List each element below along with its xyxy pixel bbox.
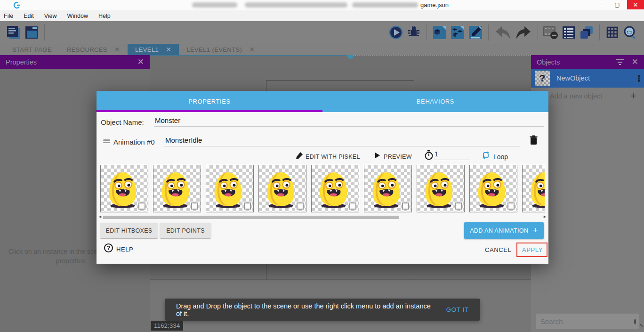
redo-icon[interactable]	[515, 24, 532, 40]
panel-title: Objects	[537, 58, 560, 66]
animation-frame[interactable]	[206, 165, 254, 212]
frame-checkbox[interactable]	[349, 202, 356, 210]
preview-play-icon[interactable]	[388, 24, 403, 40]
debug-icon[interactable]	[406, 24, 421, 40]
loop-label[interactable]: Loop	[493, 153, 508, 161]
grid-icon[interactable]	[605, 24, 620, 40]
instances-list-icon[interactable]	[561, 24, 576, 40]
delete-instances-icon[interactable]	[543, 24, 558, 40]
preview-button[interactable]: PREVIEW	[384, 154, 412, 160]
menu-item-file[interactable]: File	[4, 13, 13, 19]
menu-item-help[interactable]: Help	[98, 13, 111, 19]
annotation-highlight-box	[516, 243, 547, 257]
edit-points-button[interactable]: EDIT POINTS	[160, 223, 211, 238]
object-name-input[interactable]	[154, 114, 544, 127]
search-icon[interactable]	[634, 319, 636, 324]
tab-behaviors[interactable]: BEHAVIORS	[322, 91, 548, 112]
close-icon[interactable]: ✕	[632, 57, 638, 67]
frame-checkbox[interactable]	[455, 202, 462, 210]
animation-frame[interactable]	[258, 165, 306, 212]
stopwatch-icon	[425, 150, 433, 162]
dialog-tabs: PROPERTIES BEHAVIORS	[97, 91, 548, 112]
plus-icon: +	[532, 225, 538, 235]
got-it-button[interactable]: GOT IT	[446, 306, 469, 313]
animation-frame[interactable]	[469, 165, 517, 212]
menu-item-edit[interactable]: Edit	[24, 13, 34, 19]
frame-checkbox[interactable]	[402, 202, 409, 210]
tab-resources[interactable]: RESOURCES✕	[59, 44, 128, 55]
tab-level1-events[interactable]: LEVEL1 (EVENTS)✕	[179, 44, 262, 55]
time-between-frames-input[interactable]	[434, 148, 470, 160]
frames-strip	[100, 165, 545, 213]
object-list-item[interactable]: ? NewObject •••	[531, 69, 644, 88]
close-button[interactable]: ✕	[627, 0, 644, 9]
close-icon[interactable]: ✕	[137, 57, 144, 67]
object-menu-icon[interactable]: •••	[637, 75, 640, 82]
plus-icon[interactable]: +	[630, 90, 636, 102]
title-redacted-segment	[192, 2, 237, 8]
scene-border-handle[interactable]	[347, 55, 354, 59]
cursor-coordinates: 1162;334	[151, 321, 183, 331]
add-animation-button[interactable]: ADD AN ANIMATION+	[464, 222, 544, 239]
start-page-icon[interactable]	[24, 24, 39, 40]
frame-checkbox[interactable]	[138, 202, 145, 210]
animation-frame[interactable]	[364, 165, 412, 212]
tab-close-icon[interactable]: ✕	[166, 46, 171, 53]
frame-checkbox[interactable]	[244, 202, 251, 210]
search-input[interactable]	[540, 317, 634, 325]
edit-with-piskel-button[interactable]: EDIT WITH PISKEL	[306, 154, 360, 160]
tab-close-icon[interactable]: ✕	[249, 46, 255, 53]
drag-handle-icon[interactable]	[103, 138, 110, 145]
animation-name-input[interactable]	[164, 134, 520, 146]
frame-checkbox[interactable]	[297, 202, 304, 210]
tab-properties[interactable]: PROPERTIES	[97, 91, 322, 112]
scroll-right-icon[interactable]: ►	[543, 214, 547, 219]
title-redacted-segment	[245, 2, 347, 8]
frame-checkbox[interactable]	[507, 202, 515, 210]
animation-frame[interactable]	[522, 165, 545, 212]
zoom-1-1-icon[interactable]: 1:1	[623, 24, 638, 40]
scroll-left-icon[interactable]: ◄	[98, 214, 102, 219]
help-button[interactable]: HELP	[116, 246, 133, 253]
undo-icon[interactable]	[494, 24, 512, 40]
toolbar: 1:1	[0, 21, 644, 44]
tab-close-icon[interactable]: ✕	[114, 46, 120, 53]
svg-text:1:1: 1:1	[627, 30, 632, 34]
menu-item-window[interactable]: Window	[67, 13, 88, 19]
layers-icon[interactable]	[579, 24, 594, 40]
trash-icon[interactable]	[530, 135, 538, 147]
monster-sprite	[525, 166, 545, 211]
filter-icon[interactable]	[616, 58, 624, 66]
object-thumbnail: ?	[535, 71, 550, 86]
canvas-horizontal-line	[150, 279, 531, 280]
infobar: Drag and Drop the object to the scene or…	[165, 299, 480, 321]
add-object-icon[interactable]	[432, 24, 447, 40]
animation-frame[interactable]	[417, 165, 465, 212]
pencil-icon	[296, 152, 303, 161]
title-redacted-segment	[352, 2, 418, 8]
tab-start-page[interactable]: START PAGE	[5, 44, 59, 55]
loop-icon[interactable]	[482, 151, 490, 161]
help-icon[interactable]: ?	[104, 243, 113, 252]
animation-frame[interactable]	[153, 165, 201, 212]
game-window-border	[266, 80, 414, 81]
gdevelop-logo-icon	[13, 1, 21, 9]
object-name: NewObject	[556, 74, 590, 82]
add-instances-icon[interactable]	[450, 24, 465, 40]
cancel-button[interactable]: CANCEL	[485, 246, 511, 253]
panel-title: Properties	[6, 58, 37, 66]
minimize-button[interactable]: –	[595, 0, 609, 9]
frame-checkbox[interactable]	[191, 202, 198, 210]
tab-level1[interactable]: LEVEL1✕	[128, 44, 179, 55]
animation-frame[interactable]	[100, 165, 148, 212]
play-icon	[375, 153, 380, 158]
project-manager-icon[interactable]	[6, 24, 21, 40]
titlebar: game.json – ▢ ✕	[0, 0, 644, 10]
maximize-button[interactable]: ▢	[610, 0, 624, 9]
menu-item-view[interactable]: View	[44, 13, 57, 19]
edit-scene-properties-icon[interactable]	[468, 24, 483, 40]
edit-hitboxes-button[interactable]: EDIT HITBOXES	[100, 223, 158, 238]
animation-frame[interactable]	[311, 165, 359, 212]
scrollbar-thumb[interactable]	[103, 216, 399, 219]
object-editor-dialog: PROPERTIES BEHAVIORS Object Name: Animat…	[97, 91, 548, 264]
